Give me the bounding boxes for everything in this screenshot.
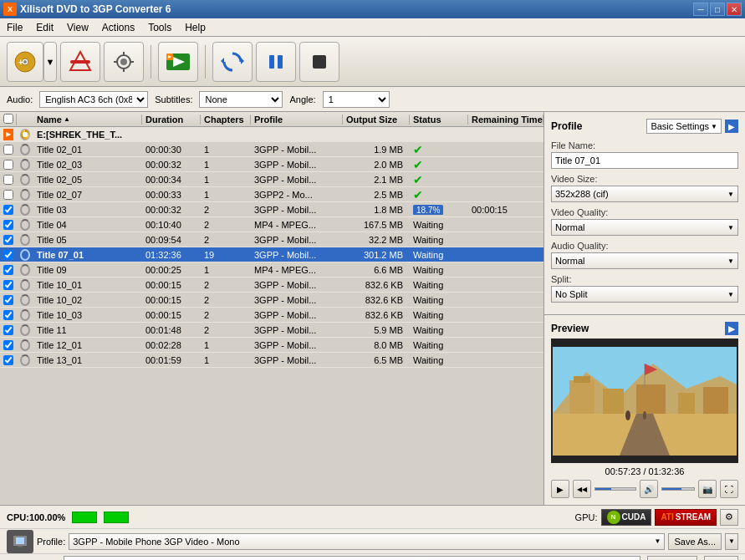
save-as-button[interactable]: Save As... [668,533,722,550]
pause-button[interactable] [256,42,296,82]
row-checkbox[interactable] [3,355,13,365]
menu-view[interactable]: View [60,18,95,36]
volume-icon-button[interactable]: 🔊 [640,480,658,498]
video-size-select[interactable]: 352x288 (cif) ▼ [551,186,738,202]
row-checkbox[interactable] [3,340,13,350]
table-row[interactable]: Title 12_01 00:02:28 1 3GPP - Mobil... 8… [0,338,543,353]
row-name: Title 02_05 [33,175,142,185]
destination-input[interactable]: D:\My Videos [64,556,640,561]
table-row[interactable]: Title 02_01 00:00:30 1 3GPP - Mobil... 1… [0,142,543,157]
playback-slider[interactable] [594,487,636,491]
rewind-button[interactable]: ◀◀ [573,480,591,498]
app-icon: X [3,3,17,16]
stop-button[interactable] [299,42,339,82]
table-row[interactable]: Title 05 00:09:54 2 3GPP - Mobil... 32.2… [0,232,543,247]
gpu-settings-button[interactable]: ⚙ [720,509,738,526]
row-chapters: 2 [201,205,251,215]
row-checkbox[interactable] [3,220,13,230]
fullscreen-button[interactable]: ⛶ [720,480,738,498]
table-row[interactable]: Title 02_05 00:00:34 1 3GPP - Mobil... 2… [0,172,543,187]
header-name[interactable]: Name ▲ [33,115,142,125]
browse-button[interactable]: Browse... [647,556,697,561]
select-all-checkbox[interactable] [3,114,13,124]
audio-select[interactable]: English AC3 6ch (0x8 [39,91,148,108]
row-checkbox[interactable] [3,280,13,290]
refresh-button[interactable] [212,42,253,82]
row-check[interactable] [0,205,17,215]
row-check[interactable] [0,250,17,260]
audio-quality-select[interactable]: Normal ▼ [551,252,738,269]
table-row[interactable]: Title 10_03 00:00:15 2 3GPP - Mobil... 8… [0,308,543,323]
row-check[interactable] [0,340,17,350]
table-row[interactable]: Title 02_07 00:00:33 1 3GPP2 - Mo... 2.5… [0,187,543,202]
open-button[interactable]: Open [704,556,738,561]
table-row-selected[interactable]: Title 07_01 01:32:36 19 3GPP - Mobil... … [0,247,543,262]
table-row[interactable]: Title 11 00:01:48 2 3GPP - Mobil... 5.9 … [0,323,543,338]
row-check[interactable] [0,325,17,335]
angle-select[interactable]: 1 [323,91,390,108]
row-check[interactable] [0,355,17,365]
basic-settings-dropdown[interactable]: Basic Settings ▼ [646,119,722,134]
volume-slider[interactable] [661,487,695,491]
table-row[interactable]: Title 02_03 00:00:32 1 3GPP - Mobil... 2… [0,157,543,172]
table-row[interactable]: Title 04 00:10:40 2 MP4 - MPEG... 167.5 … [0,217,543,232]
ati-stream-button[interactable]: ATI STREAM [655,509,717,526]
row-check[interactable] [0,280,17,290]
menu-edit[interactable]: Edit [29,18,60,36]
row-checkbox[interactable] [3,175,13,185]
row-checkbox[interactable] [3,265,13,275]
add-dvd-button[interactable]: + [7,42,43,82]
encode-button[interactable] [158,42,198,82]
table-row[interactable]: Title 03 00:00:32 2 3GPP - Mobil... 1.8 … [0,202,543,217]
expand-button[interactable]: ▶ [725,120,738,133]
cpu-label: CPU:100.00% [7,512,65,522]
row-checkbox[interactable] [3,325,13,335]
row-checkbox[interactable] [3,310,13,320]
menu-tools[interactable]: Tools [141,18,178,36]
row-checkbox[interactable] [3,145,13,155]
menu-help[interactable]: Help [178,18,212,36]
row-name: Title 09 [33,265,142,275]
row-checkbox[interactable] [3,190,13,200]
processing-icon [20,144,30,155]
table-row[interactable]: Title 10_01 00:00:15 2 3GPP - Mobil... 8… [0,277,543,293]
screenshot-button[interactable]: 📷 [698,480,717,498]
table-row[interactable]: Title 09 00:00:25 1 MP4 - MPEG... 6.6 MB… [0,262,543,277]
row-check[interactable] [0,175,17,185]
preview-expand-button[interactable]: ▶ [725,322,738,335]
minimize-button[interactable]: ─ [693,3,708,16]
row-check[interactable] [0,235,17,245]
row-check[interactable] [0,295,17,305]
add-dropdown-button[interactable]: ▼ [43,42,57,82]
row-check[interactable] [0,265,17,275]
row-check[interactable] [0,220,17,230]
table-row[interactable]: ▶ E:[SHREK_THE_T... [0,127,543,142]
row-checkbox[interactable] [3,250,13,260]
save-as-dropdown-button[interactable]: ▼ [725,533,738,550]
menu-actions[interactable]: Actions [95,18,141,36]
cuda-button[interactable]: N CUDA [601,509,652,526]
row-name: Title 12_01 [33,340,142,350]
video-quality-select[interactable]: Normal ▼ [551,219,738,236]
row-checkbox[interactable] [3,205,13,215]
row-checkbox[interactable] [3,160,13,170]
play-button[interactable]: ▶ [551,480,569,498]
row-check[interactable] [0,160,17,170]
maximize-button[interactable]: □ [710,3,725,16]
table-row[interactable]: Title 10_02 00:00:15 2 3GPP - Mobil... 8… [0,293,543,308]
remove-button[interactable] [60,42,100,82]
row-check[interactable] [0,145,17,155]
profile-select[interactable]: 3GPP - Mobile Phone 3GP Video - Mono ▼ [69,533,665,550]
table-row[interactable]: Title 13_01 00:01:59 1 3GPP - Mobil... 6… [0,353,543,368]
row-duration: 00:00:15 [142,280,201,290]
row-check[interactable] [0,310,17,320]
row-check[interactable] [0,190,17,200]
row-chapters: 1 [201,175,251,185]
settings-button[interactable] [104,42,144,82]
row-checkbox[interactable] [3,235,13,245]
close-button[interactable]: ✕ [727,3,742,16]
subtitles-select[interactable]: None [199,91,283,108]
split-select[interactable]: No Split ▼ [551,286,738,303]
row-checkbox[interactable] [3,295,13,305]
menu-file[interactable]: File [0,18,29,36]
